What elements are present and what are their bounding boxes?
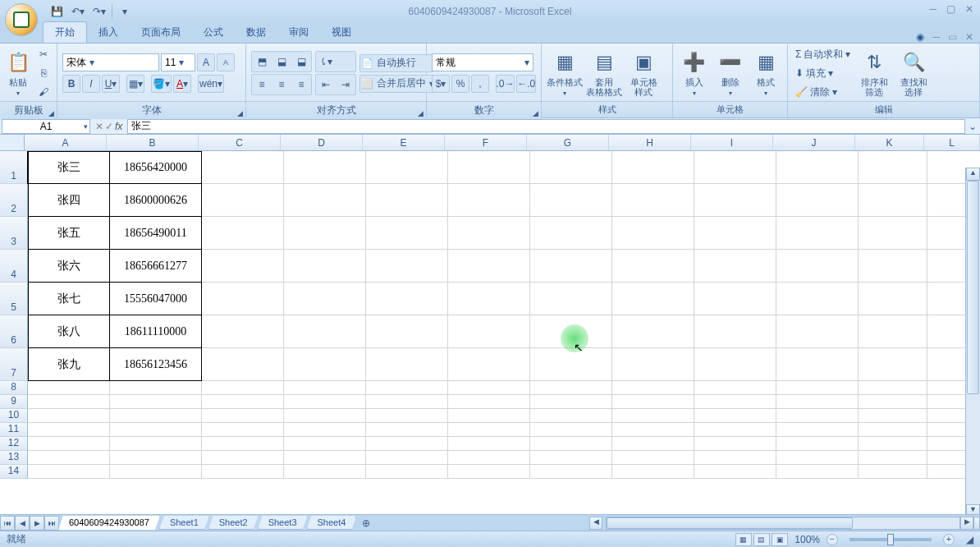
cell[interactable]: [28, 381, 110, 395]
split-handle[interactable]: [973, 517, 980, 530]
sheet-tab[interactable]: Sheet1: [159, 516, 209, 530]
cell[interactable]: [284, 423, 366, 437]
row-header[interactable]: 12: [0, 437, 28, 451]
sort-filter-button[interactable]: ⇅排序和 筛选: [856, 45, 892, 101]
clipboard-dialog-icon[interactable]: ◢: [48, 109, 54, 117]
cell[interactable]: [366, 184, 448, 217]
cell[interactable]: [776, 437, 859, 451]
cut-icon[interactable]: ✂: [34, 45, 53, 62]
cell[interactable]: 18656490011: [110, 217, 202, 250]
cell[interactable]: [612, 451, 694, 465]
help-icon[interactable]: ◉: [916, 31, 924, 43]
col-header-E[interactable]: E: [363, 135, 445, 150]
cell[interactable]: [366, 151, 448, 184]
first-sheet-icon[interactable]: ⏮: [0, 516, 15, 531]
cell[interactable]: [448, 315, 530, 348]
cell[interactable]: [284, 184, 366, 217]
cell[interactable]: [530, 437, 612, 451]
tab-data[interactable]: 数据: [235, 22, 277, 43]
cell[interactable]: [202, 315, 284, 348]
tab-home[interactable]: 开始: [43, 21, 87, 43]
cell[interactable]: [448, 437, 530, 451]
cell[interactable]: [612, 465, 694, 479]
cell[interactable]: [859, 348, 927, 381]
align-top-icon[interactable]: ⬒: [253, 53, 271, 71]
sheet-tab[interactable]: Sheet4: [307, 516, 357, 530]
new-sheet-icon[interactable]: ⊕: [356, 517, 376, 529]
expand-formula-icon[interactable]: ⌄: [965, 121, 980, 132]
tab-pagelayout[interactable]: 页面布局: [130, 22, 192, 43]
cell[interactable]: [284, 348, 366, 381]
cell[interactable]: [530, 250, 612, 283]
number-dialog-icon[interactable]: ◢: [533, 109, 538, 117]
comma-icon[interactable]: ,: [471, 75, 489, 93]
cell[interactable]: [366, 315, 448, 348]
col-header-J[interactable]: J: [773, 135, 855, 150]
cell[interactable]: [530, 217, 612, 250]
cell[interactable]: 张三: [28, 151, 110, 184]
select-all-corner[interactable]: [0, 135, 25, 150]
cell[interactable]: [284, 315, 366, 348]
cell[interactable]: [776, 395, 859, 409]
cell[interactable]: [776, 184, 859, 217]
resize-grip-icon[interactable]: ◢: [966, 534, 973, 545]
cell[interactable]: [284, 395, 366, 409]
copy-icon[interactable]: ⎘: [34, 64, 53, 81]
cell[interactable]: [28, 465, 110, 479]
col-header-F[interactable]: F: [445, 135, 527, 150]
cell[interactable]: [859, 423, 927, 437]
align-left-icon[interactable]: ≡: [253, 76, 271, 94]
cell[interactable]: [448, 465, 530, 479]
cell[interactable]: 张八: [28, 315, 110, 348]
row-header[interactable]: 2: [0, 184, 28, 217]
cell[interactable]: [366, 465, 448, 479]
underline-button[interactable]: U▾: [102, 75, 120, 93]
zoom-out-icon[interactable]: −: [827, 534, 838, 545]
cell[interactable]: [366, 409, 448, 423]
cell[interactable]: [530, 451, 612, 465]
font-name-combo[interactable]: 宋体▾: [62, 53, 159, 71]
doc-close-button[interactable]: ✕: [965, 31, 973, 43]
cell[interactable]: [202, 381, 284, 395]
cancel-formula-icon[interactable]: ✕: [95, 121, 103, 132]
cell[interactable]: [448, 151, 530, 184]
cell[interactable]: [776, 465, 859, 479]
currency-icon[interactable]: $▾: [432, 75, 450, 93]
col-header-C[interactable]: C: [199, 135, 281, 150]
cell[interactable]: [202, 451, 284, 465]
col-header-H[interactable]: H: [609, 135, 691, 150]
cell[interactable]: [694, 250, 776, 283]
indent-increase-icon[interactable]: ⇥: [337, 76, 355, 94]
col-header-G[interactable]: G: [527, 135, 609, 150]
border-icon[interactable]: ▦▾: [126, 75, 144, 93]
cell[interactable]: [612, 423, 694, 437]
align-right-icon[interactable]: ≡: [292, 76, 310, 94]
cell[interactable]: [859, 395, 927, 409]
align-bottom-icon[interactable]: ⬓: [292, 53, 310, 71]
scroll-left-icon[interactable]: ◀: [589, 517, 602, 530]
row-header[interactable]: 10: [0, 409, 28, 423]
tab-review[interactable]: 审阅: [277, 22, 320, 43]
format-cells-button[interactable]: ▦格式▾: [749, 45, 782, 101]
cell[interactable]: [284, 409, 366, 423]
cell[interactable]: [694, 465, 776, 479]
cell[interactable]: [110, 423, 202, 437]
fill-button[interactable]: ⬇ 填充▾: [793, 64, 853, 82]
cell[interactable]: [612, 315, 694, 348]
cell[interactable]: [202, 283, 284, 315]
cell[interactable]: [366, 437, 448, 451]
cell[interactable]: [202, 465, 284, 479]
zoom-level[interactable]: 100%: [795, 534, 820, 545]
doc-restore-button[interactable]: ▭: [948, 31, 957, 43]
cell[interactable]: [202, 409, 284, 423]
cell[interactable]: 18656661277: [110, 250, 202, 283]
cell[interactable]: [530, 423, 612, 437]
horizontal-scrollbar[interactable]: [606, 517, 960, 530]
autosum-button[interactable]: Σ 自动求和▾: [793, 45, 853, 63]
cell[interactable]: [530, 184, 612, 217]
cell[interactable]: [284, 250, 366, 283]
col-header-B[interactable]: B: [107, 135, 199, 150]
percent-icon[interactable]: %: [451, 75, 469, 93]
cell[interactable]: [776, 151, 859, 184]
sheet-tab[interactable]: Sheet2: [208, 516, 259, 530]
